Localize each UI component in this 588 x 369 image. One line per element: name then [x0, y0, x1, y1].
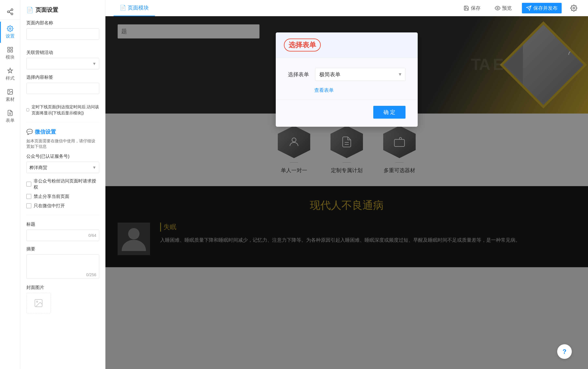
- preview-button[interactable]: 预览: [491, 3, 516, 13]
- main-area: 📄 页面模块 保存 预览: [105, 0, 588, 369]
- campaign-label: 关联营销活动: [26, 50, 99, 56]
- title-field-label: 标题: [26, 221, 99, 227]
- campaign-select[interactable]: [26, 58, 99, 69]
- modal-body: 选择表单 极简表单 ▼ 查看表单: [276, 58, 418, 100]
- svg-point-11: [9, 91, 10, 91]
- no-share-checkbox[interactable]: [26, 194, 31, 199]
- wechat-title: 💬 微信设置: [26, 128, 99, 135]
- sidebar-item-modules-label: 模块: [6, 54, 15, 60]
- sidebar-item-settings-label: 设置: [6, 33, 15, 39]
- tab-group: 📄 页面模块: [113, 0, 155, 16]
- cover-image-label: 封面图片: [26, 285, 99, 290]
- wechat-only-checkbox[interactable]: [26, 203, 31, 208]
- modal-confirm-button[interactable]: 确 定: [373, 106, 406, 119]
- svg-point-5: [9, 28, 11, 29]
- cover-image-upload[interactable]: [26, 293, 51, 313]
- title-group: 标题 0/64: [26, 221, 99, 241]
- nav-actions: 保存 预览 保存并发布: [459, 2, 580, 14]
- modal-form-row: 选择表单 极简表单 ▼: [288, 68, 406, 81]
- internal-name-input[interactable]: [26, 28, 99, 40]
- publish-button[interactable]: 保存并发布: [522, 3, 562, 13]
- wechat-icon: 💬: [26, 129, 33, 135]
- sidebar-item-modules[interactable]: 模块: [0, 43, 20, 64]
- campaign-select-wrapper: ▼: [26, 58, 99, 69]
- non-follower-checkbox[interactable]: [26, 182, 31, 186]
- wechat-only-group: 只在微信中打开: [26, 203, 99, 209]
- modal-title: 选择表单: [284, 39, 321, 51]
- help-bubble[interactable]: ?: [557, 344, 572, 359]
- svg-point-2: [11, 13, 13, 15]
- summary-group: 摘要 0/256: [26, 246, 99, 280]
- wechat-only-label: 只在微信中打开: [34, 203, 65, 209]
- svg-line-3: [9, 12, 11, 13]
- campaign-group: 关联营销活动 ▼: [26, 50, 99, 69]
- preview-label: 预览: [502, 5, 512, 11]
- page-modules-icon: 📄: [120, 5, 126, 11]
- title-input-wrapper: 0/64: [26, 230, 99, 241]
- summary-count: 0/256: [86, 273, 96, 277]
- svg-point-16: [497, 7, 498, 9]
- svg-rect-8: [10, 50, 12, 52]
- svg-point-19: [573, 7, 575, 9]
- scheduled-offline-label: 定时下线页面(到达指定时间后,访问该页面将显示[下线后显示模块]): [32, 104, 99, 116]
- summary-label: 摘要: [26, 246, 99, 252]
- sidebar-item-styles-label: 样式: [6, 75, 15, 81]
- save-label: 保存: [471, 5, 481, 11]
- non-follower-label: 非公众号粉丝访问页面时请求授权: [34, 178, 99, 190]
- sidebar-item-assets-label: 素材: [6, 96, 15, 102]
- modal-form-select[interactable]: 极简表单: [315, 68, 406, 81]
- content-tag-group: 选择内容标签: [26, 74, 99, 99]
- internal-name-group: 页面内部名称: [26, 20, 99, 45]
- summary-wrapper: 0/256: [26, 255, 99, 280]
- modal-header: 选择表单: [276, 32, 418, 58]
- no-share-group: 禁止分享当前页面: [26, 194, 99, 199]
- modal-view-form-link[interactable]: 查看表单: [314, 87, 334, 93]
- svg-point-1: [7, 11, 9, 13]
- modal-overlay: 选择表单 选择表单 极简表单 ▼ 查看表单 确: [105, 16, 588, 369]
- sidebar-item-forms[interactable]: 表单: [0, 106, 20, 127]
- modal-form-label: 选择表单: [288, 71, 309, 78]
- sidebar-item-styles[interactable]: 样式: [0, 64, 20, 85]
- internal-name-label: 页面内部名称: [26, 20, 99, 26]
- official-account-select-wrapper: 桦洋商贸 ▼: [26, 162, 99, 173]
- preview-area: TA E 单人一对一: [105, 16, 588, 369]
- help-icon: ?: [562, 348, 567, 355]
- sidebar: 设置 模块 样式 素材 表单: [0, 0, 20, 369]
- wechat-desc: 如本页面需要在微信中使用，请仔细设置如下信息: [26, 138, 99, 149]
- official-account-label: 公众号(已认证服务号): [26, 153, 99, 159]
- save-button[interactable]: 保存: [459, 3, 485, 13]
- tab-page-modules[interactable]: 📄 页面模块: [113, 0, 155, 16]
- modal-footer: 确 定: [276, 100, 418, 127]
- settings-panel: 📄 页面设置 页面内部名称 关联营销活动 ▼ 选择内容标签 定时下线页面(到达指…: [20, 0, 105, 369]
- cover-image-group: 封面图片: [26, 285, 99, 313]
- content-tag-label: 选择内容标签: [26, 74, 99, 80]
- modal-select-wrapper: 极简表单 ▼: [315, 68, 406, 81]
- official-account-select[interactable]: 桦洋商贸: [26, 162, 99, 173]
- tab-page-modules-label: 页面模块: [128, 4, 149, 11]
- svg-point-15: [37, 301, 38, 302]
- svg-rect-7: [10, 47, 12, 49]
- settings-gear-button[interactable]: [568, 2, 580, 14]
- svg-point-0: [11, 9, 13, 10]
- svg-line-4: [9, 10, 11, 11]
- scheduled-offline-group: 定时下线页面(到达指定时间后,访问该页面将显示[下线后显示模块]): [26, 104, 99, 116]
- sidebar-item-assets[interactable]: 素材: [0, 85, 20, 106]
- svg-rect-9: [8, 50, 10, 52]
- panel-title-icon: 📄: [26, 7, 33, 13]
- sidebar-item-settings[interactable]: 设置: [0, 22, 20, 43]
- sidebar-share-icon[interactable]: [0, 4, 20, 20]
- title-count: 0/64: [88, 233, 96, 238]
- svg-rect-6: [8, 47, 10, 49]
- scheduled-offline-checkbox[interactable]: [26, 107, 29, 112]
- publish-label: 保存并发布: [533, 5, 558, 11]
- sidebar-item-forms-label: 表单: [6, 117, 15, 123]
- panel-title: 📄 页面设置: [26, 6, 99, 14]
- no-share-label: 禁止分享当前页面: [34, 194, 69, 199]
- top-nav: 📄 页面模块 保存 预览: [105, 0, 588, 16]
- non-follower-group: 非公众号粉丝访问页面时请求授权: [26, 178, 99, 190]
- modal-box: 选择表单 选择表单 极简表单 ▼ 查看表单 确: [276, 32, 418, 127]
- content-tag-input[interactable]: [26, 83, 99, 94]
